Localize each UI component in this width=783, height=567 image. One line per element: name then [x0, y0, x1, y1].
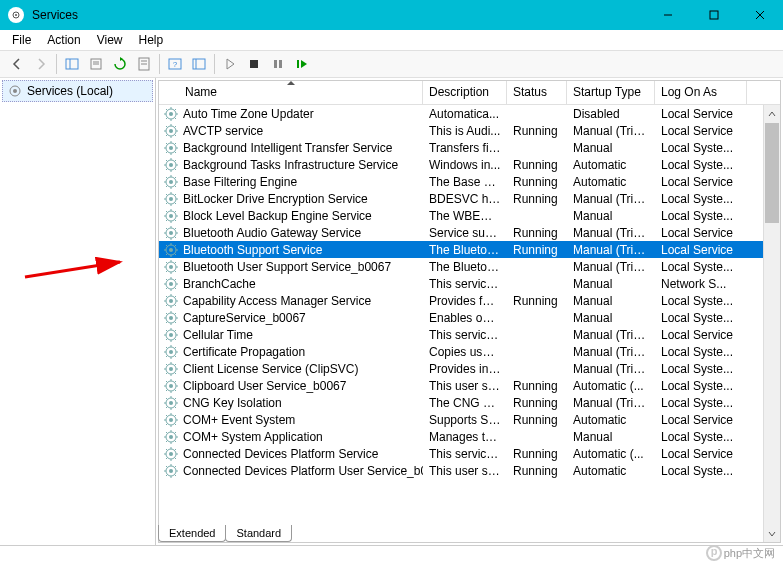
cell-status — [507, 351, 567, 353]
service-row[interactable]: Bluetooth Audio Gateway ServiceService s… — [159, 224, 780, 241]
cell-description: This service ... — [423, 446, 507, 462]
cell-logon: Local Syste... — [655, 157, 747, 173]
cell-description: This is Audi... — [423, 123, 507, 139]
cell-description: Windows in... — [423, 157, 507, 173]
column-logon[interactable]: Log On As — [655, 81, 747, 104]
refresh-button[interactable] — [109, 53, 131, 75]
minimize-button[interactable] — [645, 0, 691, 30]
cell-name: AVCTP service — [159, 122, 423, 140]
scroll-down-button[interactable] — [764, 525, 780, 542]
cell-description: This user ser... — [423, 463, 507, 479]
svg-rect-16 — [193, 59, 205, 69]
cell-name: Auto Time Zone Updater — [159, 105, 423, 123]
forward-button[interactable] — [30, 53, 52, 75]
cell-name: Capability Access Manager Service — [159, 292, 423, 310]
cell-status: Running — [507, 123, 567, 139]
svg-point-43 — [169, 265, 173, 269]
column-status[interactable]: Status — [507, 81, 567, 104]
service-row[interactable]: Connected Devices Platform User Service_… — [159, 462, 780, 479]
cell-logon: Local Syste... — [655, 310, 747, 326]
menu-action[interactable]: Action — [39, 31, 88, 49]
cell-logon: Local Service — [655, 174, 747, 190]
service-row[interactable]: Bluetooth Support ServiceThe Bluetoo...R… — [159, 241, 780, 258]
view-tabs: Extended Standard — [158, 523, 291, 543]
service-row[interactable]: Auto Time Zone UpdaterAutomatica...Disab… — [159, 105, 780, 122]
help-button[interactable]: ? — [164, 53, 186, 75]
cell-logon: Local Service — [655, 225, 747, 241]
service-row[interactable]: AVCTP serviceThis is Audi...RunningManua… — [159, 122, 780, 139]
service-row[interactable]: Client License Service (ClipSVC)Provides… — [159, 360, 780, 377]
cell-startup: Automatic — [567, 157, 655, 173]
menu-help[interactable]: Help — [131, 31, 172, 49]
cell-startup: Manual — [567, 429, 655, 445]
cell-name: Connected Devices Platform Service — [159, 445, 423, 463]
cell-startup: Disabled — [567, 106, 655, 122]
properties-button[interactable] — [133, 53, 155, 75]
watermark-logo-icon — [706, 545, 722, 561]
maximize-button[interactable] — [691, 0, 737, 30]
service-row[interactable]: CNG Key IsolationThe CNG ke...RunningMan… — [159, 394, 780, 411]
service-row[interactable]: Bluetooth User Support Service_b0067The … — [159, 258, 780, 275]
service-row[interactable]: BranchCacheThis service ...ManualNetwork… — [159, 275, 780, 292]
restart-button[interactable] — [291, 53, 313, 75]
service-row[interactable]: Base Filtering EngineThe Base Fil...Runn… — [159, 173, 780, 190]
svg-rect-18 — [250, 60, 258, 68]
cell-name: Clipboard User Service_b0067 — [159, 377, 423, 395]
stop-button[interactable] — [243, 53, 265, 75]
service-row[interactable]: COM+ System ApplicationManages th...Manu… — [159, 428, 780, 445]
scroll-thumb[interactable] — [765, 123, 779, 223]
cell-status: Running — [507, 446, 567, 462]
tab-standard[interactable]: Standard — [225, 525, 292, 542]
cell-description: Manages th... — [423, 429, 507, 445]
cell-name: Background Intelligent Transfer Service — [159, 139, 423, 157]
cell-name: Bluetooth User Support Service_b0067 — [159, 258, 423, 276]
cell-logon: Local Service — [655, 106, 747, 122]
cell-logon: Local Syste... — [655, 140, 747, 156]
cell-logon: Local Syste... — [655, 191, 747, 207]
service-row[interactable]: Capability Access Manager ServiceProvide… — [159, 292, 780, 309]
svg-rect-3 — [710, 11, 718, 19]
column-name[interactable]: Name — [159, 81, 423, 104]
start-button[interactable] — [219, 53, 241, 75]
menu-file[interactable]: File — [4, 31, 39, 49]
separator — [159, 54, 160, 74]
back-button[interactable] — [6, 53, 28, 75]
main-content: Services (Local) Name Description Status… — [0, 78, 783, 545]
sidebar-item-services-local[interactable]: Services (Local) — [2, 80, 153, 102]
cell-status — [507, 283, 567, 285]
service-row[interactable]: COM+ Event SystemSupports Sy...RunningAu… — [159, 411, 780, 428]
svg-point-1 — [15, 14, 17, 16]
window-title: Services — [32, 8, 645, 22]
cell-logon: Local Syste... — [655, 259, 747, 275]
show-hide-button[interactable] — [61, 53, 83, 75]
vertical-scrollbar[interactable] — [763, 105, 780, 542]
service-row[interactable]: Background Intelligent Transfer ServiceT… — [159, 139, 780, 156]
service-row[interactable]: Cellular TimeThis service ...Manual (Tri… — [159, 326, 780, 343]
scroll-up-button[interactable] — [764, 105, 780, 122]
cell-startup: Manual — [567, 208, 655, 224]
service-row[interactable]: Clipboard User Service_b0067This user se… — [159, 377, 780, 394]
service-row[interactable]: Connected Devices Platform ServiceThis s… — [159, 445, 780, 462]
svg-point-55 — [169, 367, 173, 371]
tab-extended[interactable]: Extended — [158, 525, 226, 542]
list-body[interactable]: Auto Time Zone UpdaterAutomatica...Disab… — [159, 105, 780, 542]
column-description[interactable]: Description — [423, 81, 507, 104]
cell-description: Provides inf... — [423, 361, 507, 377]
cell-status: Running — [507, 174, 567, 190]
svg-point-33 — [169, 180, 173, 184]
service-row[interactable]: Background Tasks Infrastructure ServiceW… — [159, 156, 780, 173]
svg-point-61 — [169, 418, 173, 422]
column-startup[interactable]: Startup Type — [567, 81, 655, 104]
service-row[interactable]: CaptureService_b0067Enables opti...Manua… — [159, 309, 780, 326]
export-button[interactable] — [85, 53, 107, 75]
close-button[interactable] — [737, 0, 783, 30]
help2-button[interactable] — [188, 53, 210, 75]
service-row[interactable]: Certificate PropagationCopies user ...Ma… — [159, 343, 780, 360]
service-row[interactable]: Block Level Backup Engine ServiceThe WBE… — [159, 207, 780, 224]
cell-startup: Manual (Trig... — [567, 191, 655, 207]
service-row[interactable]: BitLocker Drive Encryption ServiceBDESVC… — [159, 190, 780, 207]
cell-status: Running — [507, 395, 567, 411]
menu-view[interactable]: View — [89, 31, 131, 49]
pause-button[interactable] — [267, 53, 289, 75]
cell-description: This user ser... — [423, 378, 507, 394]
